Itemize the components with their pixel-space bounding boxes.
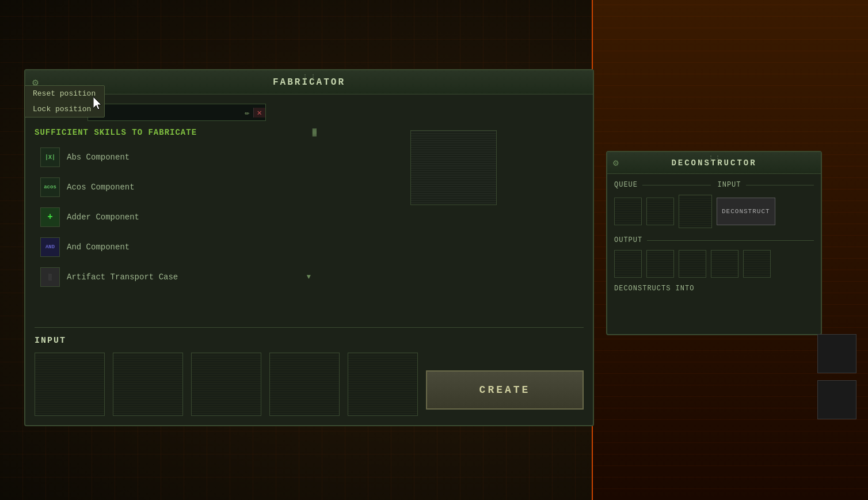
create-button[interactable]: CREATE — [426, 370, 584, 410]
dec-output-slot-2[interactable] — [646, 250, 674, 278]
dec-drag-icon[interactable]: ⋮⋮ — [707, 154, 721, 163]
section-header: SUFFICIENT SKILLS TO FABRICATE ▓ — [35, 128, 317, 137]
fabricator-titlebar: ⚙ ⋮⋮ FABRICATOR — [25, 70, 593, 94]
dec-output-slot-5[interactable] — [743, 250, 771, 278]
clear-icon[interactable]: ✕ — [253, 108, 265, 118]
dec-output-slots — [614, 250, 814, 278]
item-label-acos: Acos Component — [67, 183, 135, 192]
dec-queue-input-header: QUEUE INPUT — [614, 181, 814, 189]
main-content-row: SUFFICIENT SKILLS TO FABRICATE ▓ |X| Abs… — [35, 128, 584, 320]
input-slot-4[interactable] — [269, 353, 340, 416]
reset-position-item[interactable]: Reset position — [25, 86, 104, 101]
item-label-artifact: Artifact Transport Case — [67, 272, 178, 282]
dec-titlebar: ⚙ ⋮⋮ DECONSTRUCTOR — [607, 152, 821, 174]
input-slots-row: CREATE — [35, 353, 584, 416]
item-label-adder: Adder Component — [67, 213, 139, 222]
item-icon-acos: acos — [40, 177, 60, 197]
dec-output-header: OUTPUT — [614, 236, 814, 244]
dec-output-label: OUTPUT — [614, 236, 642, 244]
section-title: SUFFICIENT SKILLS TO FABRICATE — [35, 128, 197, 137]
input-slot-3[interactable] — [191, 353, 261, 416]
scroll-indicator: ▓ — [313, 128, 317, 137]
list-item[interactable]: ░ Artifact Transport Case ▼ — [35, 263, 317, 291]
right-panel-slots — [817, 334, 856, 419]
input-slot-5[interactable] — [348, 353, 418, 416]
fabricator-content: FILTER ✏ ✕ SUFFICIENT SKILLS TO FABRICAT… — [25, 94, 593, 425]
dec-slots-row: DECONSTRUCT — [614, 195, 814, 228]
dec-header-line-2 — [746, 185, 814, 185]
items-list[interactable]: |X| Abs Component acos Acos Component + … — [35, 143, 317, 291]
dec-queue-slot-2[interactable] — [646, 198, 674, 225]
dec-output-slot-1[interactable] — [614, 250, 642, 278]
filter-input[interactable] — [88, 104, 241, 120]
right-slot-row-2 — [817, 380, 856, 419]
dec-output-slot-3[interactable] — [679, 250, 706, 278]
item-icon-and: AND — [40, 237, 60, 257]
dec-output-line — [647, 240, 814, 241]
right-slot-1[interactable] — [817, 334, 856, 373]
lock-position-item[interactable]: Lock position — [25, 101, 104, 117]
preview-box — [410, 130, 497, 205]
input-section: INPUT CREATE — [35, 327, 584, 416]
list-item[interactable]: + Adder Component — [35, 203, 317, 232]
preview-panel — [323, 128, 584, 320]
filter-row: FILTER ✏ ✕ — [35, 104, 584, 121]
item-icon-artifact: ░ — [40, 267, 60, 287]
item-label-and: And Component — [67, 243, 130, 252]
dec-output-slot-4[interactable] — [711, 250, 738, 278]
list-item[interactable]: |X| Abs Component — [35, 143, 317, 172]
dec-into-label: DECONSTRUCTS INTO — [614, 285, 814, 293]
drag-handle-icon[interactable]: ⋮⋮ — [301, 73, 317, 82]
dropdown-menu: Reset position Lock position — [24, 85, 105, 118]
expand-icon[interactable]: ▼ — [307, 273, 311, 281]
item-icon-adder: + — [40, 207, 60, 227]
deconstruct-button[interactable]: DECONSTRUCT — [717, 198, 775, 225]
right-slot-row-1 — [817, 334, 856, 373]
dec-queue-slot-1[interactable] — [614, 198, 642, 225]
deconstructor-window: ⚙ ⋮⋮ DECONSTRUCTOR QUEUE INPUT DECONSTRU… — [606, 151, 822, 335]
right-slot-2[interactable] — [817, 380, 856, 419]
dec-queue-label: QUEUE — [614, 181, 638, 189]
input-slot-1[interactable] — [35, 353, 105, 416]
item-icon-abs: |X| — [40, 147, 60, 167]
input-slot-2[interactable] — [113, 353, 183, 416]
edit-icon[interactable]: ✏ — [241, 108, 253, 118]
item-label-abs: Abs Component — [67, 153, 130, 162]
dec-gear-icon[interactable]: ⚙ — [613, 157, 619, 169]
dec-content: QUEUE INPUT DECONSTRUCT OUTPUT DECONSTRU… — [607, 174, 821, 300]
filter-input-wrap: ✏ ✕ — [87, 104, 266, 121]
list-item[interactable]: AND And Component — [35, 233, 317, 262]
list-item[interactable]: acos Acos Component — [35, 173, 317, 202]
dec-input-label: INPUT — [718, 181, 741, 189]
dec-input-slot[interactable] — [679, 195, 712, 228]
fabricator-window: ⚙ ⋮⋮ FABRICATOR FILTER ✏ ✕ SUFFICIENT SK… — [24, 69, 594, 426]
dec-header-line-1 — [642, 185, 710, 185]
list-panel: SUFFICIENT SKILLS TO FABRICATE ▓ |X| Abs… — [35, 128, 317, 320]
input-section-label: INPUT — [35, 336, 584, 346]
